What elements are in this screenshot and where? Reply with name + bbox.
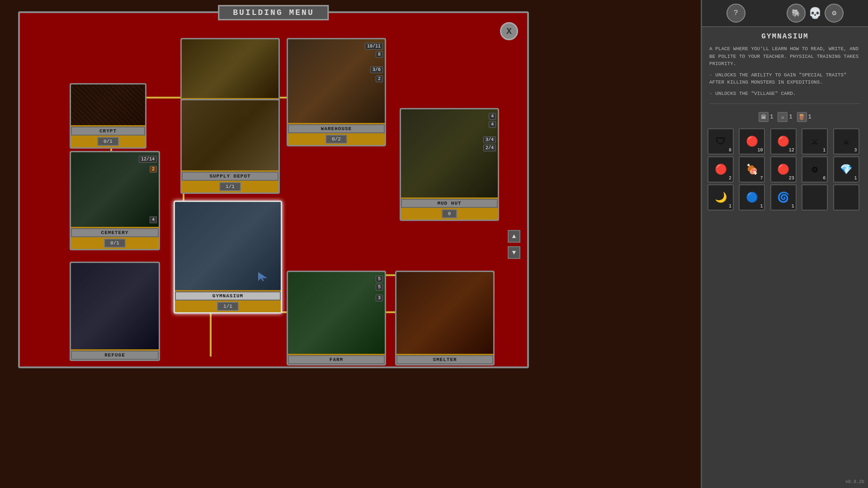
inv-count-10: 1 xyxy=(729,204,731,209)
mudhut-counter: 0 xyxy=(442,209,458,218)
rp-resource-1: ⚔ 1 xyxy=(778,112,792,122)
rp-resource-count-2: 1 xyxy=(808,114,811,120)
right-panel: ? 🐘 💀 ⚙ GYMNASIUM A PLACE WHERE YOU'LL L… xyxy=(701,0,868,488)
rp-resource-icon-2: 🪵 xyxy=(797,112,807,122)
warehouse-counter: 0/2 xyxy=(326,135,347,144)
scroll-up-button[interactable]: ▲ xyxy=(508,230,520,243)
gymnasium-label: GYMNASIUM xyxy=(175,291,281,300)
rp-resource-icon-0: 🏛 xyxy=(759,112,769,122)
rp-building-desc: A PLACE WHERE YOU'LL LEARN HOW TO READ, … xyxy=(702,43,868,70)
inv-icon-4: ⚔ xyxy=(843,136,849,148)
inv-slot-6[interactable]: 🍖 7 xyxy=(739,156,765,183)
warehouse-res4: 2 xyxy=(376,75,383,82)
inv-icon-12: 🌀 xyxy=(777,192,789,204)
inv-icon-1: 🔴 xyxy=(746,136,758,148)
inv-count-0: 8 xyxy=(729,148,731,153)
inv-count-7: 23 xyxy=(789,176,794,181)
warehouse-card[interactable]: 10/11 8 3/6 2 WAREHOUSE 0/2 xyxy=(287,38,386,146)
inv-count-1: 10 xyxy=(757,148,763,153)
inv-icon-0: 🛡 xyxy=(716,136,726,148)
refuge-card[interactable]: REFUGE xyxy=(70,262,160,361)
inv-slot-8[interactable]: ⚙ 6 xyxy=(802,156,828,183)
inv-count-2: 12 xyxy=(789,148,794,153)
cemetery-res3: 4 xyxy=(150,216,157,223)
inv-icon-2: 🔴 xyxy=(777,136,789,148)
cemetery-res1: 12/14 xyxy=(139,156,157,163)
rp-header: ? 🐘 💀 ⚙ xyxy=(702,0,868,27)
inv-icon-9: 💎 xyxy=(840,164,852,176)
help-button[interactable]: ? xyxy=(726,4,745,23)
close-button[interactable]: X xyxy=(500,22,518,40)
warehouse-res1: 10/11 xyxy=(365,43,383,50)
farm-res2: 5 xyxy=(376,284,383,291)
warehouse-label: WAREHOUSE xyxy=(288,124,385,133)
game-background: BUILDING MENU X CRYPT 0/1 xyxy=(0,0,868,488)
inv-slot-1[interactable]: 🔴 10 xyxy=(739,128,765,155)
rp-resource-icon-1: ⚔ xyxy=(778,112,788,122)
inv-count-5: 2 xyxy=(729,176,731,181)
inv-slot-7[interactable]: 🔴 23 xyxy=(770,156,797,183)
inv-slot-13[interactable] xyxy=(802,184,828,211)
farm-card[interactable]: 5 5 3 FARM xyxy=(287,271,386,366)
cemetery-label: CEMETERY xyxy=(71,228,159,237)
inv-count-3: 1 xyxy=(823,148,826,153)
supply-counter: 1/1 xyxy=(219,182,241,191)
rp-resources-row: 🏛 1 ⚔ 1 🪵 1 xyxy=(702,108,868,126)
inv-slot-3[interactable]: ⚔ 1 xyxy=(802,128,828,155)
building-menu-panel: BUILDING MENU X CRYPT 0/1 xyxy=(18,11,529,368)
inv-slot-14[interactable] xyxy=(833,184,859,211)
inv-icon-7: 🔴 xyxy=(777,164,789,176)
inv-count-11: 1 xyxy=(760,204,763,209)
mudhut-res4: 2/4 xyxy=(483,145,496,151)
inv-slot-11[interactable]: 🔵 1 xyxy=(739,184,765,211)
skull-icon: 💀 xyxy=(808,7,822,20)
crypt-label: CRYPT xyxy=(71,127,145,136)
warehouse-res2: 8 xyxy=(376,51,383,58)
mudhut-card[interactable]: 4 4 3/4 2/4 MUD HUT 0 xyxy=(400,108,499,221)
supply-label: SUPPLY DEPOT xyxy=(182,172,278,181)
version-text: v0.9.2b xyxy=(845,479,864,484)
cemetery-counter: 0/1 xyxy=(104,239,126,248)
inv-count-9: 1 xyxy=(854,176,857,181)
inv-slot-9[interactable]: 💎 1 xyxy=(833,156,859,183)
inv-slot-5[interactable]: 🔴 2 xyxy=(708,156,734,183)
inv-icon-3: ⚔ xyxy=(812,136,818,148)
animal-button[interactable]: 🐘 xyxy=(787,4,806,23)
inv-slot-4[interactable]: ⚔ 3 xyxy=(833,128,859,155)
building-menu-title: BUILDING MENU xyxy=(218,5,329,20)
inv-slot-2[interactable]: 🔴 12 xyxy=(770,128,797,155)
inv-count-4: 3 xyxy=(854,148,857,153)
crypt-card[interactable]: CRYPT 0/1 xyxy=(70,83,146,149)
rp-resource-0: 🏛 1 xyxy=(759,112,773,122)
inv-slot-10[interactable]: 🌙 1 xyxy=(708,184,734,211)
settings-button[interactable]: ⚙ xyxy=(825,4,844,23)
rp-bullet1: · UNLOCKS THE ABILITY TO GAIN "SPECIAL T… xyxy=(702,70,868,88)
inv-slot-0[interactable]: 🛡 8 xyxy=(708,128,734,155)
gymnasium-card[interactable]: GYMNASIUM 1/1 xyxy=(174,201,282,314)
mudhut-res2: 4 xyxy=(489,121,496,128)
smelter-label: SMELTER xyxy=(396,355,493,364)
connection-line xyxy=(210,311,212,357)
rp-building-title: GYMNASIUM xyxy=(702,27,868,43)
farm-res3: 3 xyxy=(376,295,383,301)
cemetery-res2: 2 xyxy=(150,166,157,173)
inv-icon-11: 🔵 xyxy=(746,192,758,204)
rp-resource-count-0: 1 xyxy=(770,114,773,120)
farm-res1: 5 xyxy=(376,276,383,282)
supply-card[interactable]: SUPPLY DEPOT 1/1 xyxy=(180,99,280,194)
cemetery-card[interactable]: 12/14 2 4 CEMETERY 0/1 xyxy=(70,151,160,250)
rp-bullet2: · UNLOCKS THE "VILLAGE" CARD. xyxy=(702,88,868,99)
smelter-card[interactable]: SMELTER xyxy=(395,271,495,366)
inv-count-6: 7 xyxy=(760,176,763,181)
rp-divider xyxy=(709,103,861,104)
crypt-counter: 0/1 xyxy=(97,137,119,146)
inv-count-12: 1 xyxy=(792,204,794,209)
inv-icon-8: ⚙ xyxy=(812,164,818,176)
inv-icon-6: 🍖 xyxy=(746,164,758,176)
mudhut-label: MUD HUT xyxy=(401,199,498,208)
inv-slot-12[interactable]: 🌀 1 xyxy=(770,184,797,211)
scroll-down-button[interactable]: ▼ xyxy=(508,246,520,259)
rp-resource-count-1: 1 xyxy=(789,114,792,120)
gymnasium-counter: 1/1 xyxy=(217,302,239,311)
rp-inventory: 🛡 8 🔴 10 🔴 12 ⚔ 1 ⚔ 3 🔴 2 xyxy=(702,126,868,213)
